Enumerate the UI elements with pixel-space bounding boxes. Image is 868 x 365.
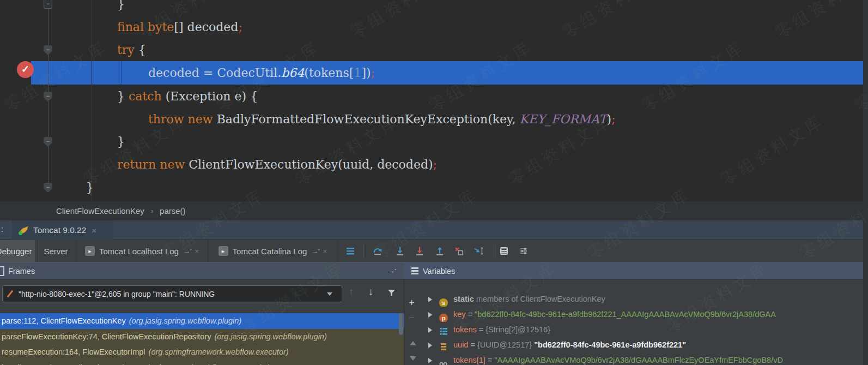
console-icon: ▸ <box>218 246 228 256</box>
code-line: } <box>0 176 861 199</box>
code-line: final byte[] decoded; <box>0 16 861 39</box>
tab-tomcat-catalina-log[interactable]: ▸ Tomcat Catalina Log →▪ × <box>208 240 338 262</box>
watch-icon: oo <box>439 356 448 364</box>
debug-tabstrip: Debugger Server ▸ Tomcat Localhost Log →… <box>0 240 868 262</box>
code-line: decoded = CodecUtil.b64(tokens[1]); <box>0 62 861 85</box>
variables-header[interactable]: Variables <box>404 262 868 279</box>
variable-text: tokens = {String[2]@12516} <box>453 322 863 337</box>
variable-row[interactable]: ootokens[1] = "AAAAIgAAABAvAcVMoQ9b/6vr2… <box>404 352 863 365</box>
frame-row[interactable]: handle:238, FlowHandlerAdapter(org.sprin… <box>0 360 404 365</box>
hide-library-frames-filter-icon[interactable] <box>388 289 395 298</box>
variable-text: tokens[1] = "AAAAIgAAABAvAcVMoQ9b/6vr2jA… <box>453 352 863 365</box>
frames-scrollbar-thumb[interactable] <box>399 313 403 335</box>
code-line: return new ClientFlowExecutionKey(uuid, … <box>0 153 861 176</box>
scroll-to-end-icon[interactable]: →▪ <box>388 267 396 275</box>
drop-frame-icon[interactable] <box>452 240 466 262</box>
frames-icon <box>0 266 4 276</box>
close-icon[interactable]: × <box>323 247 327 255</box>
expand-arrow-icon[interactable] <box>428 297 432 302</box>
next-frame-button[interactable]: ↓ <box>368 286 374 298</box>
breadcrumb: ClientFlowExecutionKey › parse() <box>0 201 868 220</box>
field-icon <box>439 340 448 349</box>
close-icon[interactable]: × <box>92 226 96 235</box>
evaluate-expression-icon[interactable] <box>497 240 511 262</box>
toolwindow-label-fragment: : <box>1 224 3 234</box>
tomcat-icon <box>17 225 29 236</box>
scroll-to-end-icon: →▪ <box>311 247 319 255</box>
array-icon <box>439 325 448 334</box>
layout-settings-icon[interactable] <box>517 240 531 262</box>
variable-row[interactable]: sstatic members of ClientFlowExecutionKe… <box>404 291 863 307</box>
frame-row[interactable]: parseFlowExecutionKey:74, ClientFlowExec… <box>0 329 404 345</box>
variable-row[interactable]: tokens = {String[2]@12516} <box>404 322 863 337</box>
code-editor[interactable]: − − − − − ✓ }final byte[] decoded;try {d… <box>0 0 868 201</box>
variables-list-icon <box>411 266 418 276</box>
expand-arrow-icon[interactable] <box>428 358 432 363</box>
console-icon: ▸ <box>85 246 95 256</box>
frame-row[interactable]: parse:112, ClientFlowExecutionKey(org.ja… <box>0 313 404 329</box>
expand-arrow-icon[interactable] <box>428 312 432 318</box>
step-over-icon[interactable] <box>371 240 385 262</box>
thread-icon <box>7 290 14 298</box>
debug-panel-headers: Frames →▪ Variables <box>0 262 868 280</box>
force-step-into-icon[interactable] <box>412 240 427 262</box>
breadcrumb-class[interactable]: ClientFlowExecutionKey <box>56 206 144 216</box>
variable-text: uuid = {UUID@12517} "bd622ff0-84fc-49bc-… <box>453 337 863 352</box>
run-to-cursor-icon[interactable] <box>472 240 486 262</box>
run-config-label: Tomcat 9.0.22 <box>33 225 86 235</box>
close-icon[interactable]: × <box>195 247 199 255</box>
previous-frame-button[interactable]: ↑ <box>349 286 354 298</box>
chevron-right-icon: › <box>151 207 153 215</box>
scroll-to-end-icon: →▪ <box>183 247 191 255</box>
step-out-icon[interactable] <box>433 240 447 262</box>
window-edge-strip <box>863 0 868 365</box>
code-line: } <box>0 130 861 153</box>
variable-row[interactable]: pkey = "bd622ff0-84fc-49bc-961e-a9fdb962… <box>404 307 863 322</box>
breadcrumb-method[interactable]: parse() <box>160 206 186 216</box>
step-into-icon[interactable] <box>393 240 407 262</box>
tab-tomcat-localhost-log[interactable]: ▸ Tomcat Localhost Log →▪ × <box>76 240 208 262</box>
variable-text: static members of ClientFlowExecutionKey <box>453 291 863 307</box>
tab-tomcat-run-config[interactable]: Tomcat 9.0.22 × <box>12 220 113 240</box>
parameter-icon: p <box>439 310 448 319</box>
tab-debugger[interactable]: Debugger <box>0 240 36 262</box>
variable-text: key = "bd622ff0-84fc-49bc-961e-a9fdb962f… <box>453 307 863 322</box>
chevron-down-icon[interactable] <box>327 292 332 296</box>
show-execution-point-icon[interactable] <box>343 240 357 262</box>
toolbar-separator <box>363 244 363 258</box>
toolbar-separator <box>494 244 494 258</box>
code-line: try { <box>0 39 861 62</box>
code-line: } <box>0 0 861 16</box>
expand-arrow-icon[interactable] <box>428 343 432 348</box>
code-line: } catch (Exception e) { <box>0 85 861 108</box>
thread-selector-dropdown[interactable]: "http-nio-8080-exec-1"@2,605 in group "m… <box>2 285 342 302</box>
debug-panels-body: "http-nio-8080-exec-1"@2,605 in group "m… <box>0 280 868 365</box>
tab-server[interactable]: Server <box>36 240 76 262</box>
frame-row[interactable]: resumeExecution:164, FlowExecutorImpl(or… <box>0 344 404 360</box>
code-line: throw new BadlyFormattedFlowExecutionKey… <box>0 108 861 131</box>
variable-row[interactable]: uuid = {UUID@12517} "bd622ff0-84fc-49bc-… <box>404 337 863 352</box>
expand-arrow-icon[interactable] <box>428 327 432 333</box>
debug-toolwindow-titlebar: : Tomcat 9.0.22 × <box>0 220 868 240</box>
frames-header[interactable]: Frames →▪ <box>0 262 404 279</box>
intellij-debug-window: − − − − − ✓ }final byte[] decoded;try {d… <box>0 0 868 365</box>
static-member-icon: s <box>439 295 448 303</box>
